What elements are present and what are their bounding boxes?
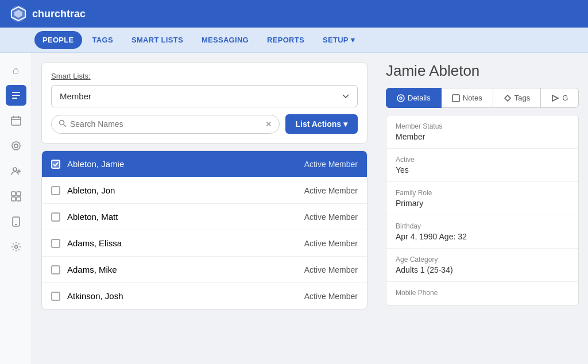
- field-member-status: Member Status Member: [386, 115, 578, 149]
- svg-rect-15: [11, 192, 16, 196]
- sidebar-settings-icon[interactable]: [6, 237, 26, 257]
- field-age-category-label: Age Category: [396, 255, 569, 264]
- search-row: ✕ List Actions ▾: [51, 114, 358, 134]
- field-birthday-label: Birthday: [396, 222, 569, 230]
- tab-tags[interactable]: Tags: [493, 88, 541, 108]
- row-name: Atkinson, Josh: [67, 291, 297, 301]
- nav-reports[interactable]: REPORTS: [259, 31, 312, 49]
- svg-point-11: [14, 144, 18, 148]
- field-family-role-label: Family Role: [396, 189, 569, 197]
- list-item[interactable]: Atkinson, Josh Active Member: [42, 283, 367, 309]
- tab-details[interactable]: Details: [386, 88, 442, 108]
- row-checkbox[interactable]: [51, 292, 60, 301]
- tab-notes-label: Notes: [463, 94, 482, 102]
- field-age-category: Age Category Adults 1 (25-34): [386, 249, 578, 282]
- nav-tags[interactable]: TAGS: [84, 31, 121, 49]
- svg-rect-5: [12, 98, 17, 99]
- main-layout: ⌂ Smart Lists: Mem: [0, 53, 588, 364]
- row-status: Active Member: [304, 265, 358, 274]
- logo: churchtrac: [9, 5, 86, 23]
- list-item[interactable]: Adams, Elissa Active Member: [42, 230, 367, 257]
- tab-goals[interactable]: G: [541, 88, 579, 108]
- svg-line-23: [64, 125, 66, 127]
- list-actions-button[interactable]: List Actions ▾: [285, 114, 358, 134]
- field-age-category-value: Adults 1 (25-34): [396, 265, 569, 274]
- list-item[interactable]: Adams, Mike Active Member: [42, 257, 367, 283]
- right-panel: Jamie Ableton Details Notes Tags G: [377, 53, 588, 364]
- field-active: Active Yes: [386, 149, 578, 182]
- list-item[interactable]: Ableton, Jon Active Member: [42, 177, 367, 204]
- sidebar-grid-icon[interactable]: [6, 186, 26, 207]
- row-checkbox[interactable]: [51, 239, 60, 248]
- search-icon: [59, 119, 67, 129]
- tab-tags-label: Tags: [514, 94, 530, 102]
- svg-rect-18: [17, 197, 21, 201]
- svg-point-21: [14, 246, 17, 249]
- row-checkbox[interactable]: [51, 186, 60, 195]
- sidebar-phone-icon[interactable]: [6, 211, 26, 232]
- row-checkbox[interactable]: [51, 265, 60, 274]
- tab-details-label: Details: [408, 94, 431, 102]
- row-status: Active Member: [304, 212, 358, 222]
- search-clear-button[interactable]: ✕: [265, 119, 272, 129]
- tab-notes[interactable]: Notes: [442, 88, 493, 108]
- svg-point-25: [400, 97, 402, 99]
- field-mobile-phone: Mobile Phone: [386, 282, 578, 305]
- row-name: Adams, Elissa: [67, 238, 297, 248]
- sidebar: ⌂: [0, 53, 32, 364]
- row-status: Active Member: [304, 160, 358, 169]
- row-checkbox[interactable]: [51, 160, 60, 169]
- field-family-role-value: Primary: [396, 199, 569, 208]
- sidebar-circle-icon[interactable]: [6, 135, 26, 156]
- sidebar-people-icon[interactable]: [6, 85, 26, 106]
- list-item[interactable]: Ableton, Jamie Active Member: [42, 151, 367, 177]
- detail-card: Member Status Member Active Yes Family R…: [386, 115, 579, 306]
- svg-rect-26: [452, 95, 459, 102]
- field-birthday: Birthday Apr 4, 1990 Age: 32: [386, 215, 578, 249]
- svg-rect-3: [12, 92, 20, 93]
- nav-smart-lists[interactable]: SMART LISTS: [123, 31, 191, 49]
- content-area: Smart Lists: Member All People Visitors …: [32, 53, 588, 364]
- filter-box: Smart Lists: Member All People Visitors …: [41, 62, 368, 144]
- field-family-role: Family Role Primary: [386, 182, 578, 215]
- people-list: Ableton, Jamie Active Member Ableton, Jo…: [41, 150, 368, 309]
- left-panel: Smart Lists: Member All People Visitors …: [32, 53, 377, 364]
- svg-point-10: [12, 142, 20, 150]
- nav-setup[interactable]: SETUP ▾: [315, 31, 363, 49]
- logo-text: churchtrac: [32, 8, 86, 20]
- sidebar-calendar-icon[interactable]: [6, 110, 26, 131]
- nav-people[interactable]: PEOPLE: [34, 31, 82, 49]
- svg-rect-16: [17, 192, 21, 196]
- field-active-label: Active: [396, 156, 569, 164]
- row-name: Ableton, Matt: [67, 212, 297, 222]
- smart-list-select[interactable]: Member All People Visitors Non-Members: [51, 85, 358, 107]
- row-name: Ableton, Jamie: [67, 159, 297, 169]
- secondary-nav: PEOPLE TAGS SMART LISTS MESSAGING REPORT…: [0, 28, 588, 53]
- row-name: Adams, Mike: [67, 265, 297, 274]
- sidebar-person-add-icon[interactable]: [6, 161, 26, 181]
- search-box-container: ✕: [51, 115, 280, 134]
- field-birthday-value: Apr 4, 1990 Age: 32: [396, 232, 569, 241]
- tab-goals-label: G: [562, 94, 568, 102]
- person-name: Jamie Ableton: [386, 62, 579, 80]
- svg-marker-27: [552, 95, 558, 101]
- nav-messaging[interactable]: MESSAGING: [194, 31, 257, 49]
- field-member-status-label: Member Status: [396, 122, 569, 130]
- row-status: Active Member: [304, 186, 358, 195]
- top-bar: churchtrac: [0, 0, 588, 28]
- svg-rect-6: [11, 117, 21, 125]
- detail-tabs: Details Notes Tags G: [386, 88, 579, 108]
- field-member-status-value: Member: [396, 132, 569, 141]
- list-item[interactable]: Ableton, Matt Active Member: [42, 204, 367, 230]
- sidebar-home-icon[interactable]: ⌂: [6, 60, 26, 80]
- smart-lists-label: Smart Lists:: [51, 72, 358, 80]
- field-active-value: Yes: [396, 165, 569, 175]
- search-input[interactable]: [70, 119, 262, 129]
- svg-point-24: [397, 95, 404, 102]
- row-status: Active Member: [304, 292, 358, 301]
- row-checkbox[interactable]: [51, 212, 60, 222]
- svg-rect-17: [11, 197, 16, 201]
- field-mobile-phone-label: Mobile Phone: [396, 289, 569, 297]
- svg-rect-4: [12, 95, 20, 96]
- row-name: Ableton, Jon: [67, 185, 297, 195]
